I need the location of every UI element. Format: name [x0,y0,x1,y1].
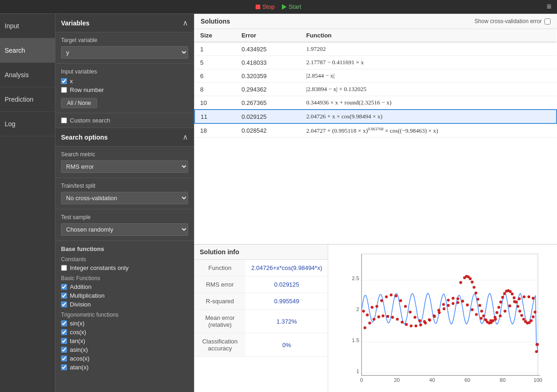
svg-text:20: 20 [394,377,400,383]
target-variable-label: Target variable [61,37,188,43]
division-checkbox[interactable] [61,301,67,307]
stop-button[interactable]: Stop [256,3,275,10]
table-row[interactable]: 6 0.320359 |2.8544 − x| [195,69,557,83]
custom-search-checkbox[interactable] [61,117,67,123]
input-var-rownumber-row: Row number [61,86,188,93]
sidebar-item-input[interactable]: Input [0,14,55,38]
table-row[interactable]: 18 0.028542 2.04727 + (0.995118 × x)0.96… [195,123,557,138]
info-row: Classificationaccuracy 0% [194,333,328,357]
addition-checkbox[interactable] [61,284,67,290]
solutions-title: Solutions [201,18,230,25]
svg-text:2: 2 [356,306,359,312]
svg-point-67 [428,319,431,322]
menu-icon[interactable]: ≡ [546,2,551,12]
cell-size: 1 [195,42,236,56]
info-value: 0.995549 [245,293,328,310]
svg-point-102 [514,300,517,303]
table-row[interactable]: 1 0.434925 1.97202 [195,42,557,56]
svg-point-38 [471,308,473,311]
addition-label: Addition [70,283,92,290]
constants-subtitle: Constants [61,256,188,263]
division-label: Division [70,301,91,308]
svg-point-64 [415,325,417,327]
svg-point-111 [532,315,534,318]
svg-point-40 [480,317,483,319]
stop-icon [256,5,260,9]
search-options-title: Search options [61,134,108,141]
info-row: R-squared 0.995549 [194,293,328,310]
target-variable-section: Target variable y [55,32,194,64]
svg-point-70 [443,307,446,310]
svg-point-54 [368,322,371,325]
svg-point-51 [532,297,534,300]
acos-label: acos(x) [70,355,90,362]
asin-label: asin(x) [70,346,88,353]
svg-point-15 [362,310,365,312]
multiplication-checkbox[interactable] [61,293,67,299]
all-none-button[interactable]: All / None [61,98,97,108]
svg-point-104 [518,310,521,312]
target-variable-select[interactable]: y [61,46,188,59]
search-options-header: Search options ∧ [55,128,194,147]
svg-point-31 [437,309,440,312]
solution-info-panel: Solution info Function 2.04726+x*cos(9.9… [194,245,328,392]
svg-text:40: 40 [429,377,435,383]
svg-point-95 [501,296,504,299]
svg-point-92 [496,311,498,314]
svg-point-25 [409,311,411,313]
svg-point-83 [478,304,481,307]
cell-error: 0.320359 [236,69,300,83]
sidebar-item-search[interactable]: Search [0,38,55,63]
cell-size: 6 [195,69,236,83]
input-var-x-row: x [61,78,188,85]
table-row[interactable]: 8 0.294362 |2.83894 − x| + 0.132025 [195,83,557,96]
input-variables-section: Input variables x Row number All / None [55,64,194,113]
train-test-select[interactable]: No cross-validation [61,192,188,204]
variables-collapse-btn[interactable]: ∧ [183,18,188,27]
table-row[interactable]: 5 0.418033 2.17787 − 0.411691 × x [195,56,557,69]
topbar: Stop Start ≡ [0,0,557,14]
asin-checkbox[interactable] [61,347,67,353]
sin-row: sin(x) [61,320,188,327]
cross-val-checkbox[interactable] [545,18,551,24]
sidebar-item-analysis[interactable]: Analysis [0,63,55,87]
search-options-collapse-btn[interactable]: ∧ [183,133,188,141]
input-var-rownumber-checkbox[interactable] [61,87,67,93]
svg-point-62 [405,323,408,326]
svg-point-27 [418,319,421,322]
input-var-x-label: x [70,78,73,85]
sidebar-item-prediction[interactable]: Prediction [0,87,55,112]
svg-point-81 [475,292,477,294]
svg-text:80: 80 [500,377,506,383]
variables-header: Variables ∧ [55,14,194,32]
atan-checkbox[interactable] [61,364,67,370]
svg-text:1: 1 [356,368,359,374]
start-button[interactable]: Start [282,3,301,10]
sin-checkbox[interactable] [61,320,67,326]
integer-constants-checkbox[interactable] [61,265,67,271]
sidebar-item-log[interactable]: Log [0,112,55,136]
input-var-x-checkbox[interactable] [61,78,67,84]
svg-point-66 [424,322,427,325]
test-sample-select[interactable]: Chosen randomly [61,223,188,236]
info-row: Mean error(relative) 1.372% [194,310,328,333]
table-row[interactable]: 11 0.029125 2.04726 + x × cos(9.98494 × … [195,110,557,123]
variables-panel: Variables ∧ Target variable y Input vari… [55,14,194,392]
cell-function: 2.04727 + (0.995118 × x)0.963768 × cos((… [300,123,557,138]
svg-point-68 [433,315,436,318]
svg-point-113 [536,343,539,346]
acos-checkbox[interactable] [61,355,67,361]
atan-row: atan(x) [61,364,188,371]
svg-point-53 [363,326,366,329]
svg-point-32 [442,303,445,306]
svg-text:0: 0 [360,377,363,383]
svg-point-22 [394,294,397,297]
svg-point-69 [438,311,441,314]
tan-checkbox[interactable] [61,338,67,344]
cos-checkbox[interactable] [61,329,67,335]
col-function: Function [300,29,557,42]
cos-label: cos(x) [70,329,86,336]
table-row[interactable]: 10 0.267365 0.344936 × x + round(2.32516… [195,96,557,110]
search-metric-select[interactable]: RMS error [61,160,188,173]
trig-subtitle: Trigonometric functions [61,312,188,318]
